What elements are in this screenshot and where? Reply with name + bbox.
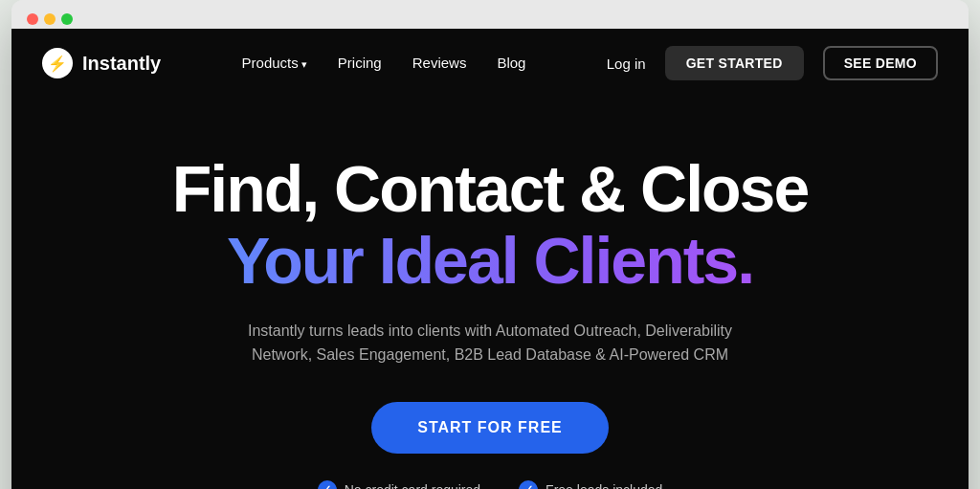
traffic-light-red[interactable] — [27, 13, 38, 25]
see-demo-button[interactable]: SEE DEMO — [823, 46, 938, 80]
hero-headline-line1: Find, Contact & Close — [31, 155, 949, 223]
nav-link-pricing[interactable]: Pricing — [338, 55, 382, 71]
nav-item-pricing[interactable]: Pricing — [338, 55, 382, 72]
browser-content: ⚡ Instantly Products Pricing Reviews Blo… — [11, 29, 969, 489]
lightning-icon: ⚡ — [48, 55, 67, 73]
badge-free-leads-text: Free leads included — [546, 482, 662, 489]
badge-free-leads: ✓ Free leads included — [519, 480, 662, 489]
browser-window: ⚡ Instantly Products Pricing Reviews Blo… — [11, 0, 969, 489]
badge-no-credit-card: ✓ No credit card required — [318, 480, 480, 489]
nav-item-reviews[interactable]: Reviews — [412, 55, 467, 72]
nav-item-products[interactable]: Products — [242, 55, 307, 72]
nav-link-reviews[interactable]: Reviews — [412, 55, 467, 71]
nav-link-products[interactable]: Products — [242, 55, 307, 71]
logo-text: Instantly — [82, 53, 161, 75]
hero-headline-line2: Your Ideal Clients. — [31, 227, 949, 295]
traffic-lights — [27, 10, 953, 29]
hero-subtext: Instantly turns leads into clients with … — [241, 319, 739, 367]
start-free-button[interactable]: START FOR FREE — [371, 402, 608, 454]
logo[interactable]: ⚡ Instantly — [42, 48, 161, 78]
traffic-light-yellow[interactable] — [44, 13, 56, 25]
badge-no-credit-card-text: No credit card required — [345, 482, 480, 489]
login-link[interactable]: Log in — [607, 56, 646, 72]
navbar: ⚡ Instantly Products Pricing Reviews Blo… — [11, 29, 969, 98]
hero-badges: ✓ No credit card required ✓ Free leads i… — [31, 480, 949, 489]
get-started-button[interactable]: GET STARTED — [665, 46, 804, 80]
nav-links: Products Pricing Reviews Blog — [242, 55, 526, 72]
check-icon-2: ✓ — [519, 480, 538, 489]
nav-item-blog[interactable]: Blog — [497, 55, 525, 72]
nav-right: Log in GET STARTED SEE DEMO — [607, 46, 938, 80]
nav-link-blog[interactable]: Blog — [497, 55, 525, 71]
logo-icon: ⚡ — [42, 48, 73, 78]
check-icon-1: ✓ — [318, 480, 337, 489]
browser-chrome — [11, 0, 969, 29]
traffic-light-green[interactable] — [61, 13, 73, 25]
hero-section: Find, Contact & Close Your Ideal Clients… — [11, 98, 969, 489]
